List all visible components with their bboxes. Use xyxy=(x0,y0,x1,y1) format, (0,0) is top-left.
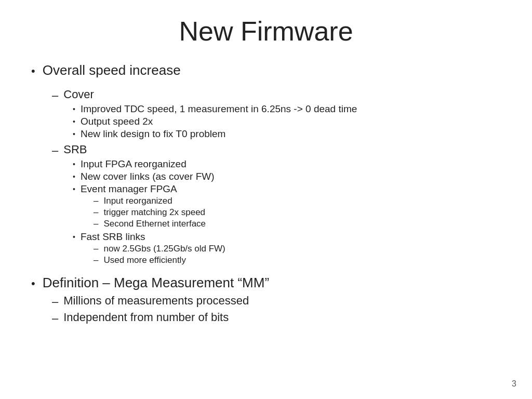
srb-item2-text: New cover links (as cover FW) xyxy=(81,171,215,182)
cover-item2: • Output speed 2x xyxy=(73,116,501,127)
fast-srb-sub1: – now 2.5Gbs (1.25Gb/s old FW) xyxy=(94,244,501,254)
def-sub2-text: Independent from number of bits xyxy=(63,311,229,324)
slide-content: • Overall speed increase – Cover • Impro… xyxy=(31,62,501,378)
em-sub1: – Input reorganized xyxy=(94,196,501,206)
srb-group: – SRB • Input FPGA reorganized • New cov… xyxy=(31,143,501,268)
em-sub2: – trigger matching 2x speed xyxy=(94,207,501,218)
em-sub2-dash: – xyxy=(94,207,98,218)
cover-label: Cover xyxy=(63,88,94,101)
srb-label: SRB xyxy=(63,143,87,156)
fast-srb-item: • Fast SRB links xyxy=(73,231,501,243)
cover-item2-text: Output speed 2x xyxy=(81,116,153,127)
def-sub1-text: Millions of measurements processed xyxy=(63,294,249,308)
bullet1-label: Overall speed increase xyxy=(43,62,501,78)
srb-item1: • Input FPGA reorganized xyxy=(73,158,501,170)
fast-srb-bullet: • xyxy=(73,233,75,241)
srb-dash: – xyxy=(52,144,58,157)
cover-item: – Cover xyxy=(52,88,501,102)
em-sub3: – Second Ethernet interface xyxy=(94,219,501,229)
cover-item1-text: Improved TDC speed, 1 measurement in 6.2… xyxy=(81,103,357,115)
srb-item2: • New cover links (as cover FW) xyxy=(73,171,501,182)
event-manager-text: Event manager FPGA xyxy=(81,183,177,195)
cover-group: – Cover • Improved TDC speed, 1 measurem… xyxy=(31,88,501,143)
srb-item2-bullet: • xyxy=(73,172,75,181)
em-sub3-text: Second Ethernet interface xyxy=(103,219,206,229)
slide-title: New Firmware xyxy=(31,16,501,47)
bullet1-group: • Overall speed increase – Cover • Impro… xyxy=(31,62,501,268)
def-sub1-dash: – xyxy=(52,295,58,309)
em-sub2-text: trigger matching 2x speed xyxy=(103,207,205,218)
bullet2: • Definition – Mega Measurement “MM” xyxy=(31,275,501,291)
bullet2-group: • Definition – Mega Measurement “MM” – M… xyxy=(31,275,501,327)
cover-item3-text: New link design to fix T0 problem xyxy=(81,128,226,140)
cover-item2-bullet: • xyxy=(73,117,75,126)
fast-srb-sub1-text: now 2.5Gbs (1.25Gb/s old FW) xyxy=(103,244,225,254)
def-sub1: – Millions of measurements processed xyxy=(52,294,501,309)
fast-srb-text: Fast SRB links xyxy=(81,231,145,243)
cover-dash: – xyxy=(52,89,58,102)
cover-item3: • New link design to fix T0 problem xyxy=(73,128,501,140)
bullet1-icon: • xyxy=(31,64,35,78)
event-manager-item: • Event manager FPGA xyxy=(73,183,501,195)
bullet2-icon: • xyxy=(31,277,35,290)
cover-item1: • Improved TDC speed, 1 measurement in 6… xyxy=(73,103,501,115)
em-sub1-text: Input reorganized xyxy=(103,196,172,206)
srb-item1-bullet: • xyxy=(73,160,75,168)
fast-srb-sub2: – Used more efficiently xyxy=(94,255,501,265)
cover-item3-bullet: • xyxy=(73,130,75,138)
bullet1: • Overall speed increase xyxy=(31,62,501,78)
fast-srb-sub2-dash: – xyxy=(94,255,98,265)
slide: New Firmware • Overall speed increase – … xyxy=(0,0,532,399)
event-manager-bullet: • xyxy=(73,185,75,193)
bullet2-label: Definition – Mega Measurement “MM” xyxy=(43,275,269,291)
def-sub2-dash: – xyxy=(52,312,58,325)
fast-srb-sub1-dash: – xyxy=(94,244,98,254)
cover-item1-bullet: • xyxy=(73,105,75,113)
srb-item1-text: Input FPGA reorganized xyxy=(81,158,187,170)
def-sub2: – Independent from number of bits xyxy=(52,311,501,325)
fast-srb-sub2-text: Used more efficiently xyxy=(103,255,185,265)
em-sub3-dash: – xyxy=(94,219,98,229)
em-sub1-dash: – xyxy=(94,196,98,206)
srb-item: – SRB xyxy=(52,143,501,157)
page-number: 3 xyxy=(512,379,516,389)
